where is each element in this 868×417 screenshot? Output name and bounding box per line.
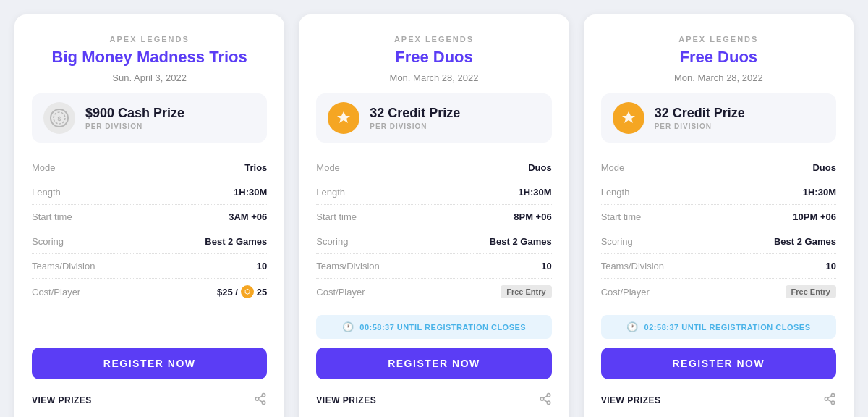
stat-row: Cost/PlayerFree Entry — [601, 279, 836, 305]
stat-row: Start time3AM +06 — [32, 205, 267, 229]
tournament-card-1: APEX LEGENDSBig Money Madness TriosSun. … — [14, 14, 284, 417]
stat-row: ModeDuos — [601, 156, 836, 180]
timer-icon: 🕐 — [342, 321, 354, 332]
stat-value: Duos — [812, 162, 836, 173]
stat-row: Cost/PlayerFree Entry — [316, 279, 551, 305]
stat-value: 8PM +06 — [514, 211, 551, 222]
stat-value: Best 2 Games — [205, 236, 267, 247]
svg-line-14 — [543, 396, 547, 398]
card-footer: VIEW PRIZES — [316, 388, 551, 413]
prize-info: 32 Credit PrizePER DIVISION — [655, 106, 745, 130]
stat-value: 3AM +06 — [229, 211, 267, 222]
stat-label: Mode — [316, 162, 340, 173]
tournament-card-2: APEX LEGENDSFree DuosMon. March 28, 2022… — [299, 14, 569, 417]
stat-label: Teams/Division — [601, 261, 664, 271]
view-prizes-link[interactable]: VIEW PRIZES — [601, 395, 661, 405]
share-icon[interactable] — [539, 392, 552, 408]
prize-amount: 32 Credit Prize — [655, 106, 745, 121]
stat-label: Mode — [601, 162, 625, 173]
stat-value: 10 — [541, 261, 551, 271]
card-title: Big Money Madness Trios — [32, 48, 267, 67]
stat-row: Start time8PM +06 — [316, 205, 551, 229]
stat-value: 1H:30M — [803, 187, 836, 198]
svg-text:$: $ — [57, 115, 61, 122]
stat-label: Teams/Division — [316, 261, 379, 271]
share-icon[interactable] — [254, 392, 267, 408]
cash-prize-icon: $ — [43, 102, 75, 134]
svg-line-6 — [259, 400, 263, 403]
stat-label: Scoring — [601, 236, 633, 247]
prize-amount: $900 Cash Prize — [85, 106, 184, 121]
stat-label: Length — [316, 187, 345, 198]
stat-value: Duos — [528, 162, 552, 173]
prize-amount: 32 Credit Prize — [370, 106, 460, 121]
credit-prize-icon — [328, 102, 359, 134]
stat-label: Scoring — [316, 236, 348, 247]
stat-row: Cost/Player$25 / ⬡ 25 — [32, 279, 267, 305]
card-date: Sun. April 3, 2022 — [32, 72, 267, 83]
stat-row: Length1H:30M — [316, 180, 551, 205]
stat-value: Free Entry — [501, 285, 551, 298]
card-footer: VIEW PRIZES — [601, 388, 836, 413]
svg-line-13 — [543, 400, 547, 403]
card-game-label: APEX LEGENDS — [32, 35, 267, 43]
registration-timer: 🕐00:58:37 UNTIL REGISTRATION CLOSES — [316, 315, 551, 339]
stat-label: Length — [601, 187, 630, 198]
prize-info: 32 Credit PrizePER DIVISION — [370, 106, 460, 130]
prize-label: PER DIVISION — [85, 122, 184, 130]
stat-label: Teams/Division — [32, 261, 95, 271]
credit-prize-icon — [613, 102, 644, 134]
stat-label: Cost/Player — [601, 287, 650, 298]
view-prizes-link[interactable]: VIEW PRIZES — [32, 395, 92, 405]
stat-row: ScoringBest 2 Games — [316, 229, 551, 254]
stat-row: Length1H:30M — [32, 180, 267, 205]
stat-value: 10 — [257, 261, 267, 271]
register-now-button[interactable]: REGISTER NOW — [316, 348, 551, 379]
view-prizes-link[interactable]: VIEW PRIZES — [316, 395, 376, 405]
prize-box: 32 Credit PrizePER DIVISION — [601, 93, 836, 143]
register-now-button[interactable]: REGISTER NOW — [32, 348, 267, 379]
stat-label: Cost/Player — [32, 287, 80, 298]
stat-value: Best 2 Games — [774, 236, 836, 247]
stat-value: $25 / ⬡ 25 — [217, 285, 267, 298]
stats-list: ModeTriosLength1H:30MStart time3AM +06Sc… — [32, 156, 267, 337]
stat-label: Scoring — [32, 236, 64, 247]
card-title: Free Duos — [316, 48, 551, 67]
prize-info: $900 Cash PrizePER DIVISION — [85, 106, 184, 130]
stat-value: 10PM +06 — [793, 211, 836, 222]
stat-value: 1H:30M — [518, 187, 551, 198]
stat-row: Teams/Division10 — [601, 254, 836, 279]
stat-label: Start time — [32, 211, 72, 222]
stat-label: Cost/Player — [316, 287, 365, 298]
stat-label: Mode — [32, 162, 56, 173]
stat-row: ModeTrios — [32, 156, 267, 180]
stat-label: Start time — [316, 211, 357, 222]
register-now-button[interactable]: REGISTER NOW — [601, 348, 836, 379]
stat-row: ScoringBest 2 Games — [32, 229, 267, 254]
share-icon[interactable] — [823, 392, 836, 408]
card-title: Free Duos — [601, 48, 836, 67]
cards-container: APEX LEGENDSBig Money Madness TriosSun. … — [14, 14, 854, 417]
stat-value: Free Entry — [786, 285, 836, 298]
registration-timer: 🕐02:58:37 UNTIL REGISTRATION CLOSES — [601, 315, 836, 339]
card-footer: VIEW PRIZES — [32, 388, 267, 413]
stat-value: Best 2 Games — [490, 236, 552, 247]
svg-line-21 — [827, 396, 831, 398]
svg-line-7 — [259, 396, 263, 398]
card-game-label: APEX LEGENDS — [316, 35, 551, 43]
stats-list: ModeDuosLength1H:30MStart time8PM +06Sco… — [316, 156, 551, 305]
stat-row: Length1H:30M — [601, 180, 836, 205]
stats-list: ModeDuosLength1H:30MStart time10PM +06Sc… — [601, 156, 836, 305]
card-date: Mon. March 28, 2022 — [316, 72, 551, 83]
timer-text: 02:58:37 UNTIL REGISTRATION CLOSES — [644, 323, 811, 332]
prize-box: 32 Credit PrizePER DIVISION — [316, 93, 551, 143]
prize-label: PER DIVISION — [370, 122, 460, 130]
tournament-card-3: APEX LEGENDSFree DuosMon. March 28, 2022… — [584, 14, 854, 417]
stat-value: 1H:30M — [234, 187, 267, 198]
svg-line-20 — [827, 400, 831, 403]
stat-row: ModeDuos — [316, 156, 551, 180]
stat-value: Trios — [244, 162, 267, 173]
prize-box: $ $900 Cash PrizePER DIVISION — [32, 93, 267, 143]
stat-row: Teams/Division10 — [316, 254, 551, 279]
stat-value: 10 — [826, 261, 836, 271]
